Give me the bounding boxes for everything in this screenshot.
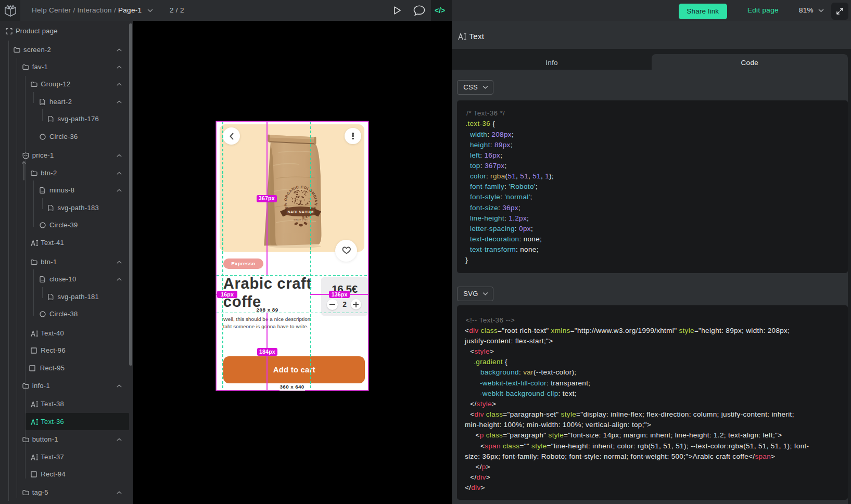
svg-text:SINCE 1965: SINCE 1965	[294, 218, 308, 221]
